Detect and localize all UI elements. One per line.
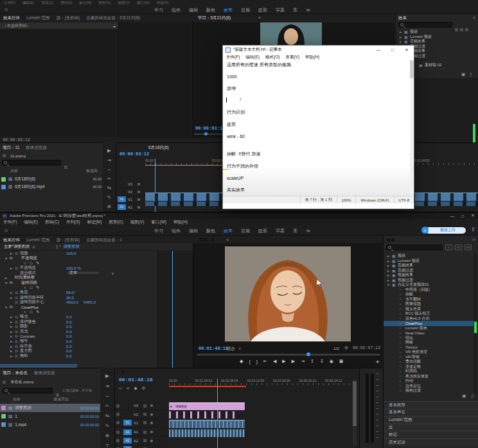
- workspace-tab[interactable]: ≫: [306, 8, 310, 13]
- adjustment-layer-clip[interactable]: 调整图层: [169, 402, 245, 410]
- disclosure-icon[interactable]: ▸: [5, 275, 10, 280]
- track-header[interactable]: A1 A1: [116, 203, 145, 211]
- zoom-level-select[interactable]: 适合: [227, 346, 235, 352]
- panel-tab[interactable]: 项目：11: [3, 145, 19, 151]
- keyframe-stopwatch-icon[interactable]: ⊙: [15, 300, 20, 304]
- workspace-tab[interactable]: 颜色: [206, 228, 215, 234]
- tool-icon[interactable]: ⇥: [105, 383, 109, 389]
- transport-icon[interactable]: ▶: [292, 359, 295, 364]
- solo-icon[interactable]: [150, 440, 153, 442]
- effects-tree-item[interactable]: ▸ ▦ Lumetri 预设: [396, 35, 478, 40]
- notepad-maximize-button[interactable]: □: [385, 46, 400, 54]
- project-row[interactable]: ▥ 6月18日(6).mp4 30.00: [0, 183, 103, 191]
- keyframe-stopwatch-icon[interactable]: ⊙: [15, 334, 20, 338]
- panel-tab[interactable]: 效果控件: [3, 237, 20, 243]
- filter-button-icon[interactable]: 32: [455, 245, 462, 250]
- workspace-tab[interactable]: 图形: [258, 7, 267, 13]
- property-value[interactable]: 0.0: [66, 314, 72, 319]
- effects-panel-menu-icon[interactable]: ≡: [472, 237, 475, 242]
- menu-item[interactable]: 帮助(H): [157, 1, 169, 5]
- a1-audio-clip[interactable]: [169, 429, 245, 437]
- effects-tree-item[interactable]: ▫ 变速定格: [384, 365, 474, 370]
- tool-icon[interactable]: ✎: [107, 194, 111, 200]
- effects-search-input[interactable]: [398, 22, 452, 28]
- transport-icon[interactable]: ◉: [330, 359, 333, 364]
- effects-tree-item[interactable]: ▫ ClearPlus: [384, 321, 474, 326]
- twirl-icon[interactable]: ▸: [387, 259, 392, 263]
- effects-tree-item[interactable]: ▸ ▣ 音频效果: [384, 263, 474, 268]
- disclosure-icon[interactable]: ▸: [10, 334, 15, 338]
- effects-tree-item[interactable]: ▫ 水平翻转: [384, 297, 474, 302]
- source-patch[interactable]: A2: [123, 438, 132, 444]
- property-value[interactable]: 0.0: [66, 344, 72, 349]
- track-lock-icon[interactable]: [116, 439, 120, 442]
- tool-icon[interactable]: ▶: [107, 148, 111, 153]
- notepad-title-bar[interactable]: *新建文本文档.txt - 记事本 — □ ✕: [223, 46, 414, 54]
- workspace-tab[interactable]: 音频: [241, 228, 250, 234]
- folder-up-icon[interactable]: [64, 160, 69, 171]
- twirl-icon[interactable]: ▸: [400, 30, 404, 34]
- property-value[interactable]: 0.0: [66, 339, 72, 343]
- solo-icon[interactable]: [150, 431, 153, 433]
- filter-button-icon[interactable]: ⚡: [445, 245, 452, 250]
- track-lock-icon[interactable]: [116, 431, 120, 434]
- tool-icon[interactable]: ⇥: [107, 157, 111, 163]
- timeline-tool-icon[interactable]: ◆: [134, 386, 137, 391]
- effects-tree-item[interactable]: ▫ 图像缩放: [384, 302, 474, 307]
- property-value[interactable]: 36.0: [66, 295, 74, 300]
- keyframe-stopwatch-icon[interactable]: ⊙: [15, 349, 20, 353]
- menu-item[interactable]: 窗口(W): [152, 220, 166, 225]
- disclosure-icon[interactable]: ▸: [10, 339, 15, 343]
- track-eye-icon[interactable]: [137, 183, 140, 185]
- selected-clip-name[interactable]: 调整图层: [64, 244, 80, 250]
- effects-tree-item[interactable]: ▸ ▦ 预设: [384, 254, 474, 259]
- transport-icon[interactable]: ⇤: [263, 359, 267, 364]
- disclosure-icon[interactable]: ▸: [10, 251, 15, 255]
- effects-tree-item[interactable]: ▫ 杂色HLS 自动: [384, 316, 474, 322]
- disclosure-icon[interactable]: ▸: [10, 266, 15, 270]
- column-header-name[interactable]: 名称: [10, 168, 18, 174]
- menu-item[interactable]: 文件(F): [3, 220, 17, 225]
- menu-item[interactable]: 标记(M): [79, 1, 91, 5]
- timeline-scrollbar[interactable]: [353, 379, 357, 445]
- project-row[interactable]: ▤ 6月18日(6) 30.00: [0, 175, 103, 183]
- window-title-bar[interactable]: Pr Adobe Premiere Pro 2021 - E:\阿珍爱\asd快…: [0, 212, 478, 219]
- workspace-tab[interactable]: 效果: [224, 7, 233, 13]
- panel-tab[interactable]: 音频剪辑混合器：1: [86, 237, 122, 243]
- window-close-button[interactable]: ✕: [468, 212, 478, 220]
- dropdown-chevron-icon[interactable]: ∨: [111, 271, 114, 275]
- panel-tab[interactable]: 源：(无剪辑): [56, 237, 80, 243]
- notepad-close-button[interactable]: ✕: [400, 46, 414, 54]
- panel-tab[interactable]: 效果控件: [3, 15, 20, 21]
- transport-icon[interactable]: {: [249, 359, 250, 364]
- menu-item[interactable]: 图形(G): [109, 220, 123, 225]
- twirl-icon[interactable]: ▸: [387, 263, 392, 268]
- program-playhead[interactable]: [204, 132, 208, 135]
- menu-item[interactable]: 文件(F): [4, 1, 15, 5]
- keyframe-stopwatch-icon[interactable]: ⊙: [15, 251, 20, 255]
- notepad-menu-item[interactable]: 编辑(E): [245, 55, 260, 60]
- effects-search-input[interactable]: [386, 245, 443, 250]
- notepad-scrollbar[interactable]: [410, 60, 414, 196]
- timeline-ruler[interactable]: 00:0000:01:04:0200:02:08:0400:03:12:0600…: [169, 379, 351, 383]
- property-value[interactable]: 0.0: [66, 334, 72, 338]
- sync-lock-icon[interactable]: [143, 413, 146, 416]
- effects-panel-tab[interactable]: 效果: [398, 15, 407, 21]
- effects-tree-item[interactable]: ▸ ▦ Lumetri 预设: [384, 259, 474, 264]
- property-value[interactable]: 正常: [66, 271, 100, 275]
- keyframe-stopwatch-icon[interactable]: ⊙: [15, 290, 20, 295]
- sequence-tab[interactable]: 1: [121, 370, 124, 374]
- transport-icon[interactable]: ◀: [273, 359, 276, 364]
- twirl-icon[interactable]: ▸: [387, 254, 392, 258]
- workspace-tab[interactable]: 编辑: [189, 7, 198, 13]
- folder-up-icon[interactable]: [56, 388, 61, 399]
- effects-tree-item[interactable]: ▫ Lumetri 颜色: [384, 326, 474, 331]
- tool-icon[interactable]: ⊕: [107, 203, 111, 209]
- workspace-tab[interactable]: 学习: [154, 7, 163, 13]
- workspace-tab[interactable]: 字幕: [276, 228, 285, 234]
- collapsed-panel-tab[interactable]: 基本声音: [384, 409, 478, 417]
- disclosure-icon[interactable]: ▸: [114, 24, 116, 28]
- label-color-chip[interactable]: [1, 414, 6, 418]
- track-eye-icon[interactable]: [150, 422, 153, 424]
- disclosure-icon[interactable]: ▾: [5, 280, 10, 285]
